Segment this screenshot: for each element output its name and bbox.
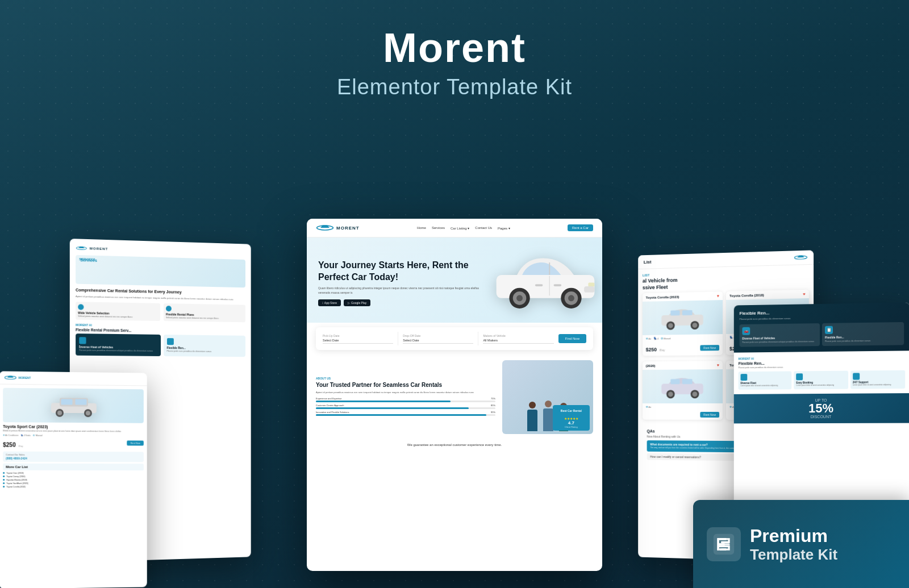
app-store-btn[interactable]:  App Store <box>318 299 341 306</box>
apple-icon:  <box>322 301 323 305</box>
slb-contact-block: Contact Our Sales (888) 4800-2424 <box>3 451 144 462</box>
screen-left-bottom-detail: MORENT Toyota Sport Car (2023) Eifalia i… <box>0 371 147 588</box>
slb-rent-btn[interactable]: Rent Now <box>127 441 144 446</box>
screen-center-main: MORENT Home Services Car Listing ▾ Conta… <box>307 219 602 571</box>
fleet-card-1: Diverse Fleet of Vehicles Parcast pede n… <box>76 333 160 356</box>
list-dot-3 <box>3 479 5 481</box>
feat-manual-1: ⚙ Manual <box>661 337 671 340</box>
sc-store-btns:  App Store ▷ Google Play <box>318 299 483 306</box>
nav-carlisting[interactable]: Car Listing ▾ <box>451 226 469 230</box>
fleet-cards: Diverse Fleet of Vehicles Parcast pede n… <box>76 333 245 357</box>
srb-mini-card-2: Easy Booking Lorem ipsum dolor sit amet … <box>794 370 848 389</box>
nav-contact[interactable]: Contact Us <box>475 226 492 230</box>
slb-features-row: ❄ Air Conditioner 💺 4 Seats ⚙ Manual <box>3 434 144 437</box>
srb-card-1-icon: 🚗 <box>742 327 750 335</box>
sr-heart-1[interactable]: ♥ <box>717 294 719 298</box>
srb-mini-icon-2 <box>797 373 803 380</box>
slb-car-item-4: Toyota YarnMack (2020) <box>3 482 144 485</box>
nav-home[interactable]: Home <box>417 226 426 230</box>
manual-icon: ⚙ <box>33 435 35 437</box>
sc-search-bar: Pick-Up Date Select Date Drop-Off Date S… <box>316 327 593 350</box>
progress-bg-1 <box>316 401 495 402</box>
elementor-logo-icon <box>712 533 735 556</box>
screenshots-container: MORENT SERVICES Comprehensive Car Rental… <box>0 190 909 588</box>
sc-logo: MORENT <box>316 223 360 232</box>
srb-card-2-text: Plxcest pede nunc penatibus dis elementu… <box>825 339 901 343</box>
svg-rect-26 <box>554 284 562 286</box>
sr-car-card-1: Toyota Corolla (2023) ♥ <box>643 291 723 356</box>
slb-phone: (888) 4800-2424 <box>6 457 141 461</box>
ac-icon-1: ❄ <box>646 337 648 340</box>
srb-dark-card-1: 🚗 Diverse Fleet of Vehicles Parcast pede… <box>740 323 820 347</box>
sr-rent-btn-1[interactable]: Rent Now <box>700 345 719 351</box>
sc-about-image: Best Car Rental ★★★★★ 4.7 Client Rating <box>502 360 593 434</box>
srb-mini-text-1: Lorem ipsum dolor sit amet consectetur a… <box>741 385 790 387</box>
sc-about-para: Aptent id pretium penatibus maximus non … <box>316 391 495 394</box>
srb-white-section: MORENT AI Flexible Ren... Plxcest pede n… <box>734 351 909 394</box>
sc-hero-title: Your Journey Starts Here, Rent the Perfe… <box>318 260 483 283</box>
morent-logo-center <box>316 223 334 232</box>
slb-car-item-1: Toyota Civic (2019) <box>3 472 144 474</box>
pickup-input[interactable]: Select Date <box>323 339 393 344</box>
fleet-card-1-icon <box>79 337 86 344</box>
progress-item-2: Customer-Centric Approach 85% <box>316 404 495 409</box>
feature-1-icon <box>78 304 84 310</box>
maker-group: Makers of Vehicle All Makers <box>483 334 553 344</box>
slb-price: $250 <box>3 441 16 448</box>
find-now-btn[interactable]: Find Now <box>558 334 586 343</box>
svg-rect-58 <box>717 538 719 551</box>
services-label: SERVICES <box>79 257 95 261</box>
sr-heart-3[interactable]: ♥ <box>717 363 719 367</box>
rating-number: 4.7 <box>557 420 585 426</box>
sc-about-text: ABOUT US Your Trusted Partner for Seamle… <box>316 377 495 418</box>
sr-heading: al Vehicle fromssive Fleet <box>643 274 809 291</box>
header-section: Morent Elementor Template Kit <box>0 0 909 111</box>
srb-section-para: Plxcest pede nunc penatibus dis elementu… <box>739 365 906 370</box>
nav-pages[interactable]: Pages ▾ <box>498 226 510 230</box>
car-svg-left <box>45 393 102 419</box>
sr-rent-btn-3[interactable]: Rent Now <box>700 412 719 418</box>
slb-car-para: Eifalia id pretium Morent consectetur ad… <box>3 429 144 433</box>
seats-icon-2: 💺 <box>729 336 733 339</box>
dropoff-input[interactable]: Select Date <box>403 339 473 344</box>
morent-logo-slb <box>4 374 16 381</box>
progress-label-3: Innovative and Flexible Solutions 95% <box>316 411 495 414</box>
maker-select[interactable]: All Makers <box>483 339 553 344</box>
sc-about-section: ABOUT US Your Trusted Partner for Seamle… <box>307 355 602 440</box>
person-1-body <box>527 410 537 431</box>
slb-car-image <box>3 388 144 423</box>
srb-para: Plxcest pede nunc penatibus dis elementu… <box>740 315 904 321</box>
srb-mini-card-1: Diverse Fleet Lorem ipsum dolor sit amet… <box>739 371 792 389</box>
sc-hero-car-image <box>489 249 591 317</box>
slb-body: Toyota Sport Car (2023) Eifalia id preti… <box>0 385 147 493</box>
svg-point-21 <box>568 295 574 301</box>
premium-icon-container <box>707 527 741 561</box>
sc-footer-text: We guarantee an exceptional customer exp… <box>307 440 602 450</box>
progress-fill-3 <box>316 414 486 416</box>
sr-car-3-features: ❄ Air <box>643 403 723 410</box>
dropoff-group: Drop-Off Date Select Date <box>403 334 473 344</box>
nav-services[interactable]: Services <box>432 226 445 230</box>
maker-label: Makers of Vehicle <box>483 334 553 337</box>
morent-logo-left <box>76 245 87 252</box>
page-subtitle: Elementor Template Kit <box>0 75 909 99</box>
sc-rent-car-btn[interactable]: Rent a Car <box>568 224 593 231</box>
sr-car-1-title: Toyota Corolla (2023) <box>646 295 679 299</box>
srb-card-2-title: Flexible Ren... <box>825 335 901 339</box>
best-rental-badge[interactable]: Best Car Rental <box>557 407 585 414</box>
svg-point-9 <box>86 411 90 415</box>
srb-discount-section: UP TO 15% DISCOUNT <box>734 393 909 423</box>
feature-2: Flexible Rental Plans Velit ad primis na… <box>164 303 245 322</box>
hero-car-svg <box>489 249 602 311</box>
sc-about-title: Your Trusted Partner for Seamless Car Re… <box>316 381 495 389</box>
svg-rect-35 <box>682 310 693 315</box>
feat-seats-1: 💺 4 <box>653 337 658 340</box>
car-name-3: Hyundai Elantra (2019) <box>6 479 27 481</box>
slb-price-unit: /Day <box>18 444 23 447</box>
sr-heart-2[interactable]: ♥ <box>803 292 805 296</box>
svg-point-45 <box>668 391 673 397</box>
slb-price-block: $250 /Day <box>3 439 23 449</box>
ac-icon: ❄ <box>3 434 5 436</box>
sr-price-1: $250 /Day <box>646 344 665 354</box>
google-play-btn[interactable]: ▷ Google Play <box>344 299 370 306</box>
